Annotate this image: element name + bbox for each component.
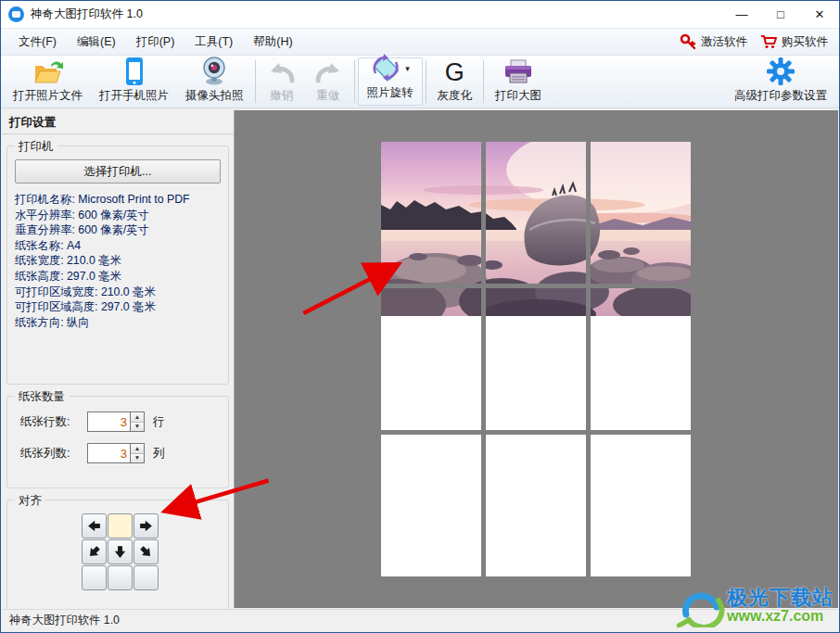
page-gap <box>381 284 691 288</box>
preview-page <box>381 435 481 576</box>
printer-info-list: 打印机名称: Microsoft Print to PDF 水平分辨率: 600… <box>15 192 228 330</box>
preview-page <box>591 435 691 576</box>
buy-software-button[interactable]: 购买软件 <box>760 33 828 50</box>
panel-title: 打印设置 <box>2 110 234 134</box>
paper-rows-spin-up[interactable]: ▲ <box>131 412 144 422</box>
printer-info-line: 垂直分辨率: 600 像素/英寸 <box>15 222 228 238</box>
watermark-site-name: 极光下载站 <box>727 587 834 608</box>
printer-info-line: 纸张方向: 纵向 <box>15 315 228 331</box>
align-middle-left-button[interactable] <box>82 539 107 564</box>
paper-rows-unit: 行 <box>153 414 165 430</box>
align-bottom-left-button[interactable] <box>82 565 107 590</box>
menu-edit[interactable]: 编辑(E) <box>67 29 126 55</box>
grayscale-button[interactable]: G 灰度化 <box>429 56 481 108</box>
close-button[interactable]: ✕ <box>800 1 839 28</box>
key-icon <box>680 33 696 50</box>
minimize-button[interactable]: — <box>722 1 761 28</box>
watermark-site-url: www.xz7.com <box>727 609 834 625</box>
paper-cols-input[interactable] <box>87 443 130 463</box>
paper-cols-spin-down[interactable]: ▼ <box>131 453 144 463</box>
menu-tools[interactable]: 工具(T) <box>185 29 243 55</box>
align-top-left-button[interactable] <box>82 513 107 538</box>
toolbar-separator <box>483 60 484 103</box>
app-window: { "window": { "title": "神奇大图打印软件 1.0", "… <box>0 0 840 633</box>
printer-info-line: 纸张宽度: 210.0 毫米 <box>15 253 228 269</box>
arrow-down-left-icon <box>86 544 102 560</box>
align-group: 对齐 <box>6 500 229 611</box>
align-top-center-button[interactable] <box>108 513 133 538</box>
paper-cols-row: 纸张列数: ▲ ▼ 列 <box>20 443 228 463</box>
print-preview-canvas[interactable] <box>235 110 838 608</box>
printer-info-line: 打印机名称: Microsoft Print to PDF <box>15 192 228 208</box>
grayscale-g-icon: G <box>445 60 465 85</box>
smartphone-icon <box>125 57 144 86</box>
advanced-print-settings-button[interactable]: 高级打印参数设置 <box>726 56 835 108</box>
preview-page <box>486 435 586 576</box>
paper-rows-label: 纸张行数: <box>20 414 83 430</box>
webcam-capture-button[interactable]: 摄像头拍照 <box>177 56 252 108</box>
paper-cols-label: 纸张列数: <box>20 446 83 462</box>
align-middle-right-button[interactable] <box>134 539 159 564</box>
menu-print[interactable]: 打印(P) <box>126 29 185 55</box>
toolbar: 打开照片文件 打开手机照片 摄像头拍照 <box>1 56 839 108</box>
photo-preview[interactable] <box>381 142 691 316</box>
menu-help[interactable]: 帮助(H) <box>243 29 302 55</box>
status-text: 神奇大图打印软件 1.0 <box>9 614 120 627</box>
webcam-icon <box>200 57 228 86</box>
toolbar-separator <box>255 60 256 103</box>
site-watermark: 极光下载站 www.xz7.com <box>677 581 834 630</box>
title-bar[interactable]: 神奇大图打印软件 1.0 — □ ✕ <box>1 1 839 28</box>
activate-software-label: 激活软件 <box>701 34 747 50</box>
arrow-down-right-icon <box>138 544 154 560</box>
printer-icon <box>503 58 534 86</box>
printer-info-line: 纸张高度: 297.0 毫米 <box>15 269 228 285</box>
rotate-photo-button[interactable]: ▾ 照片旋转 <box>358 57 423 106</box>
paper-cols-spin-up[interactable]: ▲ <box>131 444 144 453</box>
paper-rows-spin-down[interactable]: ▼ <box>131 422 144 432</box>
align-top-right-button[interactable] <box>134 513 159 538</box>
arrow-left-icon <box>86 518 102 534</box>
window-title: 神奇大图打印软件 1.0 <box>31 6 143 22</box>
paper-cols-unit: 列 <box>153 446 165 462</box>
menu-file[interactable]: 文件(F) <box>8 29 67 55</box>
open-photo-file-button[interactable]: 打开照片文件 <box>5 56 91 108</box>
folder-open-icon <box>32 58 64 86</box>
print-large-image-button[interactable]: 打印大图 <box>487 56 550 108</box>
paper-rows-input[interactable] <box>87 411 130 432</box>
printer-info-line: 可打印区域宽度: 210.0 毫米 <box>15 285 228 300</box>
paper-quantity-group: 纸张数量 纸张行数: ▲ ▼ 行 纸张列数: ▲ <box>6 396 229 488</box>
redo-button[interactable]: 重做 <box>305 56 351 108</box>
page-gap <box>586 142 591 316</box>
select-printer-button[interactable]: 选择打印机... <box>15 159 221 184</box>
page-gap <box>481 142 486 316</box>
maximize-button[interactable]: □ <box>761 1 800 28</box>
align-group-title: 对齐 <box>15 493 45 509</box>
swirl-logo-icon <box>677 581 725 630</box>
toolbar-separator <box>354 60 355 103</box>
activate-software-button[interactable]: 激活软件 <box>680 33 747 50</box>
app-icon <box>8 6 24 22</box>
cart-icon <box>760 33 777 50</box>
main-area: 打印设置 打印机 选择打印机... 打印机名称: Microsoft Print… <box>2 110 838 608</box>
chevron-down-icon[interactable]: ▾ <box>405 64 410 73</box>
undo-icon <box>267 58 297 86</box>
paper-rows-row: 纸张行数: ▲ ▼ 行 <box>20 411 228 432</box>
printer-info-line: 纸张名称: A4 <box>15 238 228 254</box>
menu-bar: 文件(F) 编辑(E) 打印(P) 工具(T) 帮助(H) 激活软件 购买软件 <box>1 28 839 56</box>
align-bottom-right-button[interactable] <box>134 565 159 590</box>
align-bottom-center-button[interactable] <box>108 565 133 590</box>
gear-icon <box>766 57 795 86</box>
toolbar-separator <box>426 60 426 103</box>
undo-button[interactable]: 撤销 <box>259 56 305 108</box>
align-grid <box>82 513 228 590</box>
window-controls: — □ ✕ <box>722 1 839 28</box>
arrow-right-icon <box>138 518 154 534</box>
printer-group-title: 打印机 <box>15 139 57 155</box>
open-phone-photo-button[interactable]: 打开手机照片 <box>91 56 177 108</box>
align-middle-center-button[interactable] <box>108 539 133 564</box>
printer-group: 打印机 选择打印机... 打印机名称: Microsoft Print to P… <box>6 146 229 385</box>
redo-icon <box>313 58 343 86</box>
printer-info-line: 水平分辨率: 600 像素/英寸 <box>15 208 228 223</box>
printer-info-line: 可打印区域高度: 297.0 毫米 <box>15 299 228 315</box>
paper-group-title: 纸张数量 <box>15 389 69 405</box>
